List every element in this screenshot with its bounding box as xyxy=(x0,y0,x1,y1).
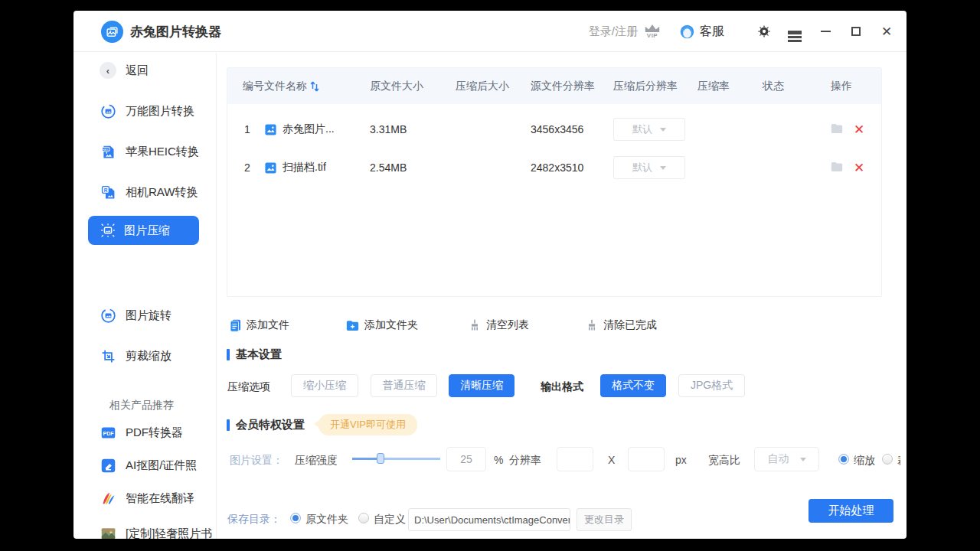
compress-option-label: 压缩选项 xyxy=(227,380,270,394)
pdf-icon: PDF xyxy=(100,424,116,441)
row-preset: 默认 xyxy=(613,156,697,179)
vip-hint-bubble: 开通VIP即可使用 xyxy=(318,414,417,435)
strength-slider[interactable] xyxy=(352,453,440,464)
caret-down-icon xyxy=(800,458,806,461)
start-processing-button[interactable]: 开始处理 xyxy=(808,499,893,523)
col-dst-resolution: 压缩后分辨率 xyxy=(613,80,697,93)
add-file-button[interactable]: 添加文件 xyxy=(230,315,289,336)
close-button[interactable]: ✕ xyxy=(871,11,902,52)
minimize-button[interactable] xyxy=(810,11,841,52)
row-filename: 扫描档.tif xyxy=(264,161,370,174)
sidebar-item-image-rotate[interactable]: 图片旋转 xyxy=(74,302,217,329)
col-ratio: 压缩率 xyxy=(697,80,763,93)
save-path-input[interactable]: D:\User\Documents\ctImageConverter xyxy=(408,508,570,531)
sidebar-item-photo-book[interactable]: [定制]轻奢照片书 xyxy=(74,520,217,539)
col-src-resolution: 源文件分辨率 xyxy=(531,80,613,93)
strength-value-input[interactable]: 25 xyxy=(446,447,486,471)
customer-service-button[interactable]: 客服 xyxy=(679,24,724,40)
col-status: 状态 xyxy=(763,80,831,93)
menu-icon[interactable] xyxy=(779,11,810,52)
add-folder-button[interactable]: 添加文件夹 xyxy=(346,315,418,336)
image-file-icon xyxy=(264,123,277,136)
caret-down-icon xyxy=(660,128,666,132)
output-format-label: 输出格式 xyxy=(541,380,583,394)
open-folder-icon[interactable] xyxy=(831,161,843,174)
row-size: 3.31MB xyxy=(370,123,456,135)
sidebar-item-pdf-converter[interactable]: PDF PDF转换器 xyxy=(74,419,217,446)
slider-track-filled xyxy=(352,458,379,460)
source-folder-radio[interactable] xyxy=(290,513,301,523)
percent-label: % xyxy=(494,454,503,466)
slider-handle[interactable] xyxy=(377,453,384,464)
sidebar-section-title: 相关产品推荐 xyxy=(109,399,174,412)
sidebar-item-raw-convert[interactable]: R 相机RAW转换 xyxy=(74,178,217,206)
sort-icon[interactable] xyxy=(310,81,319,92)
sidebar-item-image-compress[interactable]: 图片压缩 xyxy=(88,216,199,245)
resolution-height-input[interactable] xyxy=(628,447,665,471)
custom-folder-label: 自定义 xyxy=(374,513,406,527)
crop-radio[interactable] xyxy=(882,454,893,465)
open-folder-icon[interactable] xyxy=(831,123,843,136)
resolution-width-input[interactable] xyxy=(557,447,593,471)
delete-row-icon[interactable]: ✕ xyxy=(854,161,864,174)
col-compressed-size: 压缩后大小 xyxy=(456,80,531,93)
option-format-keep[interactable]: 格式不变 xyxy=(600,374,666,397)
resolution-label: 分辨率 xyxy=(509,454,541,468)
row-number: 2 xyxy=(227,161,264,174)
section-bar xyxy=(227,419,230,431)
sidebar-item-heic-convert[interactable]: HEIC 苹果HEIC转换 xyxy=(74,138,217,165)
add-folder-icon xyxy=(346,320,359,331)
change-directory-button[interactable]: 更改目录 xyxy=(577,508,632,531)
col-filename[interactable]: 文件名称 xyxy=(264,80,370,93)
option-clear-compress[interactable]: 清晰压缩 xyxy=(449,374,514,397)
px-label: px xyxy=(675,454,687,466)
login-register-link[interactable]: 登录/注册 xyxy=(589,24,638,39)
image-settings-label: 图片设置： xyxy=(230,454,283,468)
universal-convert-icon xyxy=(100,103,116,119)
row-resolution: 3456x3456 xyxy=(531,123,613,135)
settings-gear-icon[interactable] xyxy=(749,11,779,52)
clear-completed-button[interactable]: 清除已完成 xyxy=(586,315,657,336)
ratio-label: 宽高比 xyxy=(708,454,740,468)
vip-crown-icon[interactable]: VIP xyxy=(644,24,661,39)
vip-settings-title: 会员特权设置 xyxy=(227,418,305,432)
app-title: 赤兔图片转换器 xyxy=(130,23,221,41)
broom-icon xyxy=(586,319,598,331)
clear-list-button[interactable]: 清空列表 xyxy=(469,315,529,336)
photo-book-icon xyxy=(100,525,116,539)
preset-dropdown[interactable]: 默认 xyxy=(613,118,685,141)
row-filename: 赤兔图片... xyxy=(264,122,370,136)
caret-down-icon xyxy=(660,166,666,170)
sidebar-item-universal-convert[interactable]: 万能图片转换 xyxy=(74,97,217,125)
table-row: 1 赤兔图片... 3.31MB 3456x3456 默认 xyxy=(227,110,881,148)
broom-icon xyxy=(469,319,481,331)
save-dir-label: 保存目录： xyxy=(227,513,281,527)
custom-folder-radio[interactable] xyxy=(358,513,369,523)
image-settings-row: 图片设置： 压缩强度 25 % 分辨率 X px 宽高比 自动 缩放 裁 xyxy=(74,447,900,478)
sidebar-item-online-translate[interactable]: 智能在线翻译 xyxy=(74,484,217,512)
back-chevron-icon: ‹ xyxy=(100,62,116,79)
ratio-dropdown[interactable]: 自动 xyxy=(754,447,819,471)
crop-scale-icon xyxy=(100,347,116,364)
title-bar: 赤兔图片转换器 登录/注册 VIP 客服 ✕ xyxy=(74,11,906,52)
scale-radio[interactable] xyxy=(838,454,849,465)
x-separator: X xyxy=(608,454,615,466)
maximize-button[interactable] xyxy=(841,11,871,52)
preset-dropdown[interactable]: 默认 xyxy=(613,156,685,179)
image-rotate-icon xyxy=(100,307,116,324)
app-window: 赤兔图片转换器 登录/注册 VIP 客服 ✕ xyxy=(74,11,906,539)
delete-row-icon[interactable]: ✕ xyxy=(854,123,864,136)
row-resolution: 2482x3510 xyxy=(531,161,613,174)
sidebar-item-crop-scale[interactable]: 剪裁缩放 xyxy=(74,342,217,370)
row-operations: ✕ xyxy=(831,161,881,174)
table-row: 2 扫描档.tif 2.54MB 2482x3510 默认 xyxy=(227,148,881,187)
add-file-icon xyxy=(230,319,241,332)
image-compress-icon xyxy=(100,222,116,239)
sidebar-back-button[interactable]: ‹ 返回 xyxy=(74,57,217,84)
row-number: 1 xyxy=(227,123,264,135)
option-shrink-compress[interactable]: 缩小压缩 xyxy=(291,374,358,397)
col-operation: 操作 xyxy=(831,80,881,93)
option-normal-compress[interactable]: 普通压缩 xyxy=(371,374,437,397)
option-format-jpg[interactable]: JPG格式 xyxy=(678,374,745,397)
section-bar xyxy=(227,349,230,360)
